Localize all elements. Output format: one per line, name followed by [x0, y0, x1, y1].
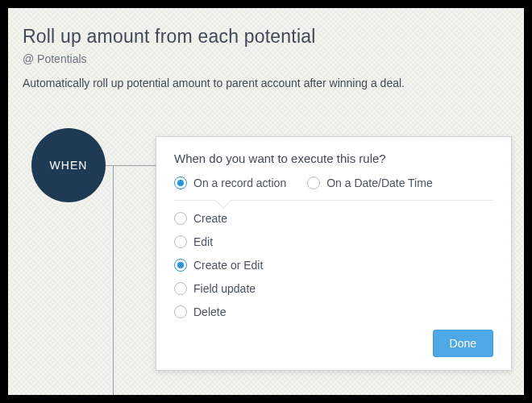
action-create-or-edit[interactable]: Create or Edit: [174, 259, 493, 272]
rule-module: @ Potentials: [23, 52, 509, 65]
action-create-or-edit-label: Create or Edit: [193, 259, 263, 272]
when-node[interactable]: WHEN: [31, 128, 106, 202]
action-create[interactable]: Create: [174, 212, 493, 225]
trigger-record-action[interactable]: On a record action: [174, 177, 286, 189]
trigger-record-action-label: On a record action: [193, 177, 286, 189]
trigger-date-time[interactable]: On a Date/Date Time: [307, 177, 433, 189]
radio-icon: [174, 177, 187, 189]
radio-icon: [174, 305, 187, 318]
action-delete[interactable]: Delete: [174, 305, 493, 318]
action-edit[interactable]: Edit: [174, 235, 493, 248]
trigger-type-group: On a record action On a Date/Date Time: [174, 177, 493, 201]
radio-icon: [174, 212, 187, 225]
radio-icon: [307, 177, 320, 189]
done-button[interactable]: Done: [433, 330, 493, 357]
action-field-update-label: Field update: [193, 282, 256, 295]
workflow-canvas: Roll up amount from each potential @ Pot…: [8, 8, 524, 395]
popup-footer: Done: [174, 330, 493, 357]
action-create-label: Create: [193, 212, 227, 225]
radio-icon: [174, 282, 187, 295]
trigger-date-time-label: On a Date/Date Time: [326, 177, 433, 189]
rule-header: Roll up amount from each potential @ Pot…: [8, 8, 524, 98]
when-popup: When do you want to execute this rule? O…: [156, 136, 512, 371]
connector-vertical: [113, 165, 114, 395]
radio-icon: [174, 235, 187, 248]
rule-description: Automatically roll up potential amount t…: [23, 77, 509, 89]
popup-title: When do you want to execute this rule?: [174, 152, 493, 165]
action-delete-label: Delete: [193, 305, 226, 318]
when-node-label: WHEN: [50, 159, 88, 172]
module-prefix: @: [23, 52, 37, 65]
record-action-group: Create Edit Create or Edit Field update …: [174, 201, 493, 318]
radio-icon: [174, 259, 187, 272]
action-field-update[interactable]: Field update: [174, 282, 493, 295]
action-edit-label: Edit: [193, 235, 213, 248]
rule-title: Roll up amount from each potential: [23, 26, 509, 48]
module-name: Potentials: [37, 52, 86, 65]
